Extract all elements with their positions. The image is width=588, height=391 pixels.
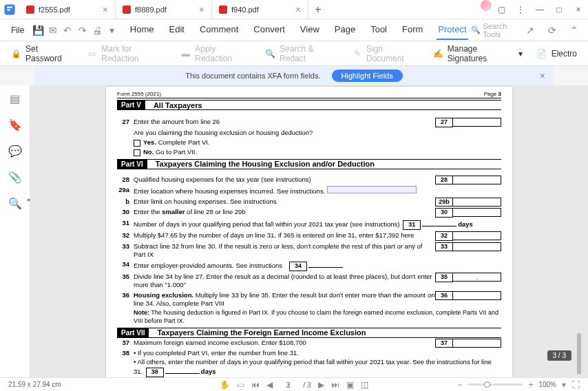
tab-form[interactable]: Form [401, 20, 424, 40]
line-33-box: 33 [435, 242, 453, 252]
tab-tool[interactable]: Tool [369, 20, 388, 40]
select-tool-icon[interactable]: ▭ [237, 380, 244, 390]
line-30-field[interactable] [453, 208, 501, 217]
search-redact-button[interactable]: 🔍 Search & Redact [265, 44, 338, 63]
next-page-icon[interactable]: ▶ [318, 380, 324, 390]
fullscreen-icon[interactable]: ⛶ [571, 380, 580, 390]
tab-f2555[interactable]: f2555.pdf × [19, 0, 116, 19]
first-page-icon[interactable]: ⏮ [251, 380, 260, 390]
line-37-no: 37 [117, 339, 134, 347]
close-button[interactable]: × [569, 0, 588, 19]
redact-mark-icon: ▭ [87, 48, 97, 59]
scrollbar-thumb[interactable] [577, 333, 581, 374]
tab-label: f940.pdf [231, 6, 259, 14]
tab-page[interactable]: Page [333, 20, 357, 40]
line-32-field[interactable] [453, 231, 501, 240]
part7-label: Part VII [117, 328, 149, 337]
page-number-input[interactable] [280, 381, 296, 389]
close-info-icon[interactable]: × [540, 70, 545, 81]
notification-icon[interactable]: ▢ [492, 0, 511, 19]
yes-checkbox[interactable] [134, 140, 140, 147]
part5-title: All Taxpayers [154, 101, 202, 109]
highlight-fields-button[interactable]: Highlight Fields [332, 70, 403, 82]
bookmark-icon[interactable]: 🔖 [9, 118, 21, 131]
user-badge-icon[interactable] [481, 0, 492, 11]
line-36-field[interactable] [453, 291, 501, 300]
line-37-field[interactable] [453, 339, 501, 348]
dropdown-icon[interactable]: ▾ [106, 22, 118, 39]
apply-redaction-button[interactable]: ▬ Apply Redaction [180, 44, 251, 63]
tab-view[interactable]: View [299, 20, 321, 40]
close-icon[interactable]: × [103, 4, 108, 15]
add-tab-button[interactable]: + [308, 0, 328, 19]
electronic-button[interactable]: 📄 Electro [536, 48, 577, 59]
undo-icon[interactable]: ↶ [62, 22, 74, 39]
fit-width-icon[interactable]: ◫ [361, 380, 368, 390]
workspace: ▤ 🔖 💬 📎 🔍 ▸ ◂ Form 2555 (2021) Page 3 Pa… [0, 85, 588, 377]
line-35-field[interactable]: . [453, 273, 501, 282]
zoom-out-icon[interactable]: − [457, 380, 462, 390]
vertical-scrollbar[interactable] [577, 182, 581, 377]
line-38-field[interactable] [165, 366, 200, 374]
line-31-field[interactable] [422, 219, 456, 226]
thumbnails-icon[interactable]: ▤ [9, 92, 21, 105]
mail-icon[interactable]: ✉ [48, 22, 59, 39]
collapse-icon[interactable]: ⌃ [566, 22, 582, 39]
tab-f940[interactable]: f940.pdf × [212, 0, 308, 19]
line-28-box: 28 [435, 176, 453, 185]
minimize-button[interactable]: — [530, 0, 549, 19]
line-29b-box: 29b [435, 198, 453, 207]
close-icon[interactable]: × [199, 4, 204, 15]
zoom-dropdown-icon[interactable]: ▾ [562, 380, 566, 390]
line-31-box: 31 [403, 220, 421, 230]
close-icon[interactable]: × [295, 4, 301, 15]
line-28-field[interactable] [453, 176, 501, 184]
search-icon[interactable]: 🔍 [9, 197, 21, 209]
tab-comment[interactable]: Comment [198, 20, 240, 40]
hand-tool-icon[interactable]: ✋ [220, 380, 230, 390]
menubar: File 💾 ✉ ↶ ↷ 🖨 ▾ Home Edit Comment Conve… [0, 19, 588, 41]
line-28-text: Qualified housing expenses for the tax y… [134, 176, 435, 184]
line-29a-field[interactable] [327, 186, 417, 193]
line-33-field[interactable] [453, 242, 501, 251]
comment-icon[interactable]: 💬 [9, 145, 21, 157]
line-30-no: 30 [117, 208, 134, 216]
set-password-button[interactable]: 🔒 Set Password [11, 44, 73, 63]
manage-signatures-button[interactable]: ✍ Manage Signatures ▾ [433, 44, 523, 63]
tab-label: f2555.pdf [39, 6, 70, 14]
search-tools[interactable]: 🔍 Search Tools [471, 22, 511, 39]
tab-f8889[interactable]: f8889.pdf × [116, 0, 212, 19]
zoom-slider[interactable] [468, 383, 523, 385]
maximize-button[interactable]: □ [549, 0, 569, 19]
line-29b-field[interactable] [453, 198, 501, 207]
sign-icon: ✎ [352, 48, 362, 59]
yes-rest: Complete Part VI. [156, 138, 210, 146]
line-27-field[interactable] [453, 118, 501, 127]
zoom-in-icon[interactable]: + [528, 380, 533, 390]
save-icon[interactable]: 💾 [32, 22, 44, 39]
sign-document-button[interactable]: ✎ Sign Document [352, 44, 419, 63]
part5-label: Part V [117, 101, 145, 109]
tab-convert[interactable]: Convert [252, 20, 286, 40]
tab-protect[interactable]: Protect [437, 20, 468, 40]
tab-edit[interactable]: Edit [168, 20, 186, 40]
file-menu[interactable]: File [6, 23, 30, 38]
zoom-thumb[interactable] [484, 381, 490, 388]
redo-icon[interactable]: ↷ [76, 22, 88, 39]
prev-page-icon[interactable]: ◀ [266, 380, 273, 390]
part7-title: Taxpayers Claiming the Foreign Earned In… [157, 328, 366, 337]
document-viewport[interactable]: Form 2555 (2021) Page 3 Part V All Taxpa… [30, 85, 588, 377]
menu-icon[interactable]: ⋮ [511, 0, 530, 19]
page-nav: ✋ ▭ ⏮ ◀ / 3 ▶ ⏭ ▣ ◫ [220, 380, 368, 390]
no-checkbox[interactable] [134, 149, 140, 156]
tab-home[interactable]: Home [129, 20, 156, 40]
share-icon[interactable]: ↗ [522, 22, 538, 39]
redact-apply-icon: ▬ [180, 48, 191, 59]
last-page-icon[interactable]: ⏭ [331, 380, 339, 390]
mark-redaction-button[interactable]: ▭ Mark for Redaction [87, 44, 167, 63]
attachment-icon[interactable]: 📎 [9, 171, 21, 183]
sync-icon[interactable]: ⟳ [544, 22, 560, 39]
line-34-field[interactable] [308, 260, 343, 268]
fit-page-icon[interactable]: ▣ [346, 380, 354, 390]
print-icon[interactable]: 🖨 [91, 22, 103, 39]
